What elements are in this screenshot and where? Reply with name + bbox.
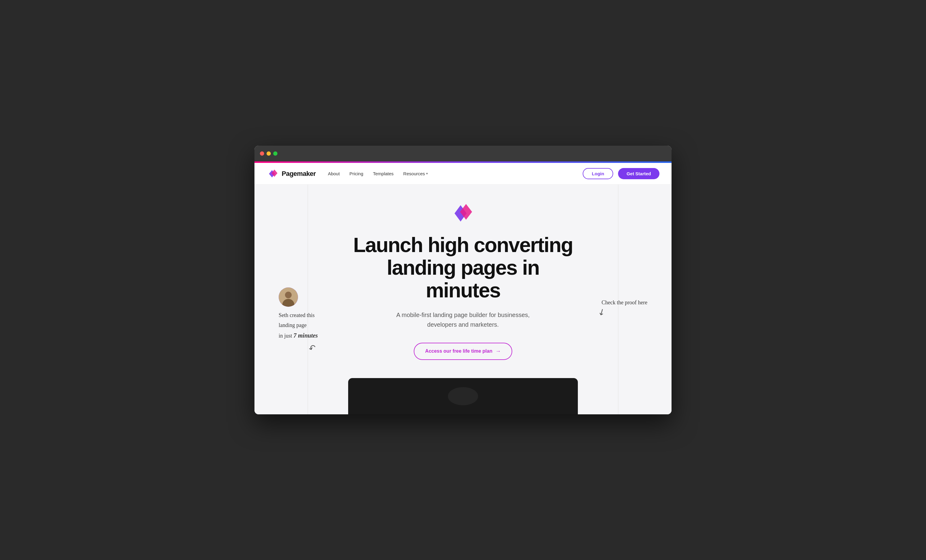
annotation-line3: in just bbox=[278, 333, 294, 339]
browser-content: Pagemaker About Pricing Templates Resour… bbox=[254, 163, 672, 414]
annotation-right: Check the proof here ↙ bbox=[602, 300, 648, 317]
cta-button[interactable]: Access our free life time plan → bbox=[414, 343, 512, 360]
arrow-curve-left-icon: ↷ bbox=[307, 342, 317, 354]
nav-link-templates[interactable]: Templates bbox=[373, 171, 393, 176]
cta-label: Access our free life time plan bbox=[425, 348, 492, 354]
traffic-light-maximize[interactable] bbox=[273, 151, 277, 156]
arrow-curve-right-icon: ↙ bbox=[596, 306, 607, 318]
traffic-light-close[interactable] bbox=[260, 151, 264, 156]
hero-title: Launch high converting landing pages in … bbox=[348, 234, 578, 301]
annotation-left: Seth created this landing page in just 7… bbox=[278, 288, 318, 353]
logo-text: Pagemaker bbox=[281, 170, 316, 178]
login-button[interactable]: Login bbox=[583, 168, 613, 179]
laptop-preview bbox=[348, 378, 578, 414]
hero-section: Launch high converting landing pages in … bbox=[254, 185, 672, 414]
hero-logo bbox=[266, 203, 660, 224]
annotation-text-left: Seth created this landing page in just 7… bbox=[278, 310, 318, 341]
chevron-down-icon: ▾ bbox=[426, 172, 428, 176]
logo-link[interactable]: Pagemaker bbox=[266, 168, 316, 180]
cta-arrow-icon: → bbox=[495, 348, 501, 354]
nav-link-about[interactable]: About bbox=[328, 171, 340, 176]
nav-link-pricing[interactable]: Pricing bbox=[350, 171, 363, 176]
browser-chrome bbox=[254, 146, 672, 161]
hero-subtitle: A mobile-first landing page builder for … bbox=[387, 310, 539, 329]
avatar-image bbox=[278, 288, 298, 307]
laptop-screen-hint bbox=[448, 387, 478, 405]
annotation-right-label: Check the proof here bbox=[602, 300, 648, 306]
browser-window: Pagemaker About Pricing Templates Resour… bbox=[254, 146, 672, 414]
nav-links: About Pricing Templates Resources ▾ bbox=[328, 171, 583, 176]
annotation-bold: 7 minutes bbox=[294, 332, 318, 339]
logo-icon bbox=[266, 168, 278, 180]
annotation-line1: Seth created this bbox=[278, 312, 315, 318]
get-started-button[interactable]: Get Started bbox=[618, 168, 660, 179]
avatar bbox=[278, 288, 298, 307]
annotation-line2: landing page bbox=[278, 322, 306, 328]
nav-link-resources[interactable]: Resources ▾ bbox=[403, 171, 428, 176]
nav-actions: Login Get Started bbox=[583, 168, 660, 179]
traffic-light-minimize[interactable] bbox=[266, 151, 271, 156]
hero-logo-icon bbox=[451, 203, 475, 224]
navbar: Pagemaker About Pricing Templates Resour… bbox=[254, 163, 672, 185]
annotation-text-right: Check the proof here bbox=[602, 300, 648, 306]
